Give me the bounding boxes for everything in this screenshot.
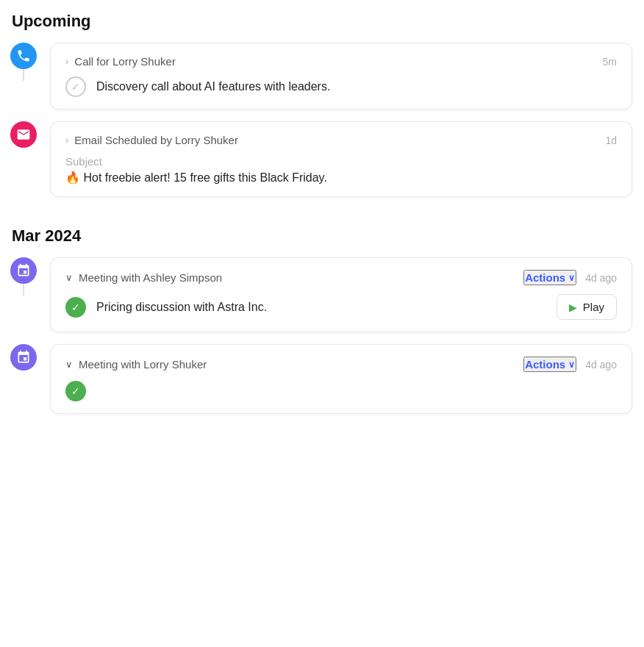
email-expand-icon[interactable]: ›: [65, 135, 68, 146]
call-description: Discovery call about AI features with le…: [96, 80, 330, 93]
upcoming-title: Upcoming: [6, 12, 632, 31]
lorry-time: 4d ago: [585, 359, 617, 371]
ashley-card: ∨ Meeting with Ashley Simpson Actions ∨ …: [50, 257, 632, 332]
timeline-line-1: [23, 69, 24, 81]
ashley-card-header: ∨ Meeting with Ashley Simpson Actions ∨ …: [65, 270, 617, 285]
lorry-meeting-card: ∨ Meeting with Lorry Shuker Actions ∨ 4d…: [50, 344, 632, 414]
email-subject-label: Subject: [65, 155, 617, 168]
call-check: ✓: [65, 76, 86, 97]
lorry-check-icon: ✓: [71, 385, 80, 397]
calendar-icon-1: [16, 263, 31, 278]
call-title: Call for Lorry Shuker: [74, 55, 176, 68]
lorry-body: ✓: [65, 381, 617, 401]
timeline-item-email: › Email Scheduled by Lorry Shuker 1d Sub…: [6, 121, 632, 197]
ashley-body: ✓ Pricing discussion with Astra Inc. ▶ P…: [65, 294, 617, 320]
timeline-line-ashley: [23, 284, 24, 296]
timeline-left-ashley: [6, 257, 41, 284]
ashley-play-button[interactable]: ▶ Play: [557, 294, 617, 320]
call-card: › Call for Lorry Shuker 5m ✓ Discovery c…: [50, 43, 632, 110]
ashley-title: Meeting with Ashley Simpson: [79, 271, 222, 284]
lorry-meeting-title: Meeting with Lorry Shuker: [79, 358, 207, 371]
ashley-title-row: ∨ Meeting with Ashley Simpson: [65, 271, 222, 284]
email-card: › Email Scheduled by Lorry Shuker 1d Sub…: [50, 121, 632, 197]
lorry-check: ✓: [65, 381, 86, 401]
mar-timeline: ∨ Meeting with Ashley Simpson Actions ∨ …: [6, 257, 632, 426]
calendar-icon-2: [16, 350, 31, 365]
ashley-description: Pricing discussion with Astra Inc.: [96, 301, 267, 314]
timeline-left-email: [6, 121, 41, 148]
upcoming-section: Upcoming › Call for Lorry Shuker 5m: [6, 12, 632, 209]
timeline-item-ashley: ∨ Meeting with Ashley Simpson Actions ∨ …: [6, 257, 632, 332]
ashley-actions-label: Actions: [525, 271, 565, 284]
ashley-check: ✓: [65, 297, 86, 318]
call-card-header: › Call for Lorry Shuker 5m: [65, 55, 617, 68]
timeline-item-lorry-meeting: ∨ Meeting with Lorry Shuker Actions ∨ 4d…: [6, 344, 632, 414]
email-title-row: › Email Scheduled by Lorry Shuker: [65, 134, 238, 146]
phone-icon: [16, 49, 31, 63]
lorry-actions-chevron: ∨: [568, 360, 575, 370]
lorry-card-header: ∨ Meeting with Lorry Shuker Actions ∨ 4d…: [65, 357, 617, 372]
mar-section: Mar 2024 ∨ Meeting with Ashley Simpson: [6, 226, 632, 426]
lorry-calendar-icon: [10, 344, 37, 371]
email-icon-circle: [10, 121, 37, 148]
lorry-actions-label: Actions: [525, 358, 565, 371]
call-icon-circle: [10, 43, 37, 69]
email-title: Email Scheduled by Lorry Shuker: [74, 134, 238, 146]
call-title-row: › Call for Lorry Shuker: [65, 55, 176, 68]
ashley-time: 4d ago: [585, 272, 617, 284]
ashley-header-right: Actions ∨ 4d ago: [523, 270, 617, 285]
mar-divider: Mar 2024: [12, 226, 632, 246]
ashley-calendar-icon: [10, 257, 37, 284]
ashley-play-label: Play: [583, 301, 604, 313]
email-body: Subject 🔥 Hot freebie alert! 15 free gif…: [65, 155, 617, 185]
timeline-left-lorry: [6, 344, 41, 371]
email-subject-text: 🔥 Hot freebie alert! 15 free gifts this …: [65, 171, 617, 185]
lorry-header-right: Actions ∨ 4d ago: [523, 357, 617, 372]
email-icon: [16, 127, 31, 142]
ashley-check-icon: ✓: [71, 301, 80, 313]
email-time: 1d: [605, 135, 617, 146]
upcoming-timeline: › Call for Lorry Shuker 5m ✓ Discovery c…: [6, 43, 632, 209]
lorry-actions-button[interactable]: Actions ∨: [523, 357, 576, 372]
timeline-left-call: [6, 43, 41, 69]
call-check-icon: ✓: [71, 81, 80, 93]
ashley-actions-button[interactable]: Actions ∨: [523, 270, 576, 285]
timeline-item-call: › Call for Lorry Shuker 5m ✓ Discovery c…: [6, 43, 632, 110]
ashley-actions-chevron: ∨: [568, 273, 575, 283]
mar-title: Mar 2024: [12, 226, 81, 245]
play-icon-1: ▶: [569, 301, 577, 313]
lorry-title-row: ∨ Meeting with Lorry Shuker: [65, 358, 207, 371]
lorry-expand-icon[interactable]: ∨: [65, 359, 73, 370]
ashley-expand-icon[interactable]: ∨: [65, 272, 73, 283]
email-card-header: › Email Scheduled by Lorry Shuker 1d: [65, 134, 617, 146]
call-body: ✓ Discovery call about AI features with …: [65, 76, 617, 97]
call-expand-icon[interactable]: ›: [65, 56, 68, 67]
call-time: 5m: [603, 56, 617, 68]
